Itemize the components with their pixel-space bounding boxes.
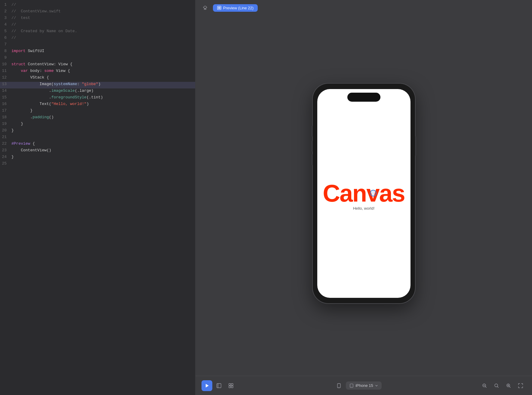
line-content-14[interactable]: .imageScale(.large) [11,88,94,93]
line-number-1: 1 [0,2,11,7]
line-number-7: 7 [0,42,11,47]
line-number-20: 20 [0,128,11,133]
line-number-15: 15 [0,95,11,100]
device-orientation-icon [337,383,342,388]
line-number-24: 24 [0,155,11,159]
svg-line-16 [485,386,487,387]
zoom-fit-icon [518,383,523,388]
code-line-23: 23 ContentView() [0,148,195,155]
svg-rect-7 [231,384,233,385]
line-number-3: 3 [0,16,11,20]
code-line-3: 3// test [0,16,195,22]
toolbar-right [479,380,526,391]
line-number-22: 22 [0,141,11,146]
line-number-5: 5 [0,29,11,33]
line-content-3[interactable]: // test [11,16,30,20]
line-content-7[interactable] [11,42,14,47]
toolbar-left [201,380,236,391]
code-line-7: 7 [0,42,195,49]
code-line-25: 25 [0,161,195,168]
preview-topbar: Preview (Line 22) [195,0,532,16]
code-line-11: 11 var body: some View { [0,69,195,75]
line-number-14: 14 [0,88,11,93]
line-content-25[interactable] [11,161,14,166]
line-content-19[interactable]: } [11,122,23,126]
hello-world-text: Hello, world! [353,206,375,211]
device-orientation-button[interactable] [334,380,345,391]
line-content-5[interactable]: // Created by Name on Date. [11,29,77,33]
line-content-22[interactable]: #Preview { [11,141,35,146]
grid-button[interactable] [226,380,236,391]
code-line-14: 14 .imageScale(.large) [0,88,195,95]
code-line-9: 9 [0,55,195,62]
line-number-18: 18 [0,115,11,119]
play-icon [204,383,209,388]
preview-button-label: Preview (Line 22) [223,6,254,10]
line-content-11[interactable]: var body: some View { [11,69,70,73]
code-line-24: 24} [0,155,195,161]
svg-rect-2 [218,7,220,9]
zoom-fit-button[interactable] [515,380,526,391]
line-content-18[interactable]: .padding() [11,115,54,119]
pin-button[interactable] [200,3,210,13]
line-content-23[interactable]: ContentView() [11,148,51,153]
code-line-18: 18 .padding() [0,115,195,122]
zoom-in-button[interactable] [503,380,514,391]
line-content-20[interactable]: } [11,128,14,133]
zoom-reset-button[interactable] [491,380,502,391]
zoom-in-icon [506,383,511,388]
line-content-9[interactable] [11,55,14,60]
globe-cursor-icon [370,190,377,196]
code-line-17: 17 } [0,108,195,115]
zoom-reset-icon [494,383,499,388]
code-line-19: 19 } [0,122,195,128]
line-content-1[interactable]: // [11,2,16,7]
svg-line-22 [509,386,511,387]
device-name-label: iPhone 15 [355,383,373,388]
svg-rect-8 [229,386,231,388]
iphone-mockup: Canvas Hello, world! [313,84,415,303]
line-content-10[interactable]: struct ContentView: View { [11,62,72,66]
dynamic-island [347,93,380,102]
code-line-2: 2// ContentView.swift [0,9,195,16]
line-content-12[interactable]: VStack { [11,75,49,80]
chevron-down-icon [375,384,378,387]
device-selector-button[interactable]: iPhone 15 [346,381,382,390]
inspector-button[interactable] [214,380,224,391]
line-content-24[interactable]: } [11,155,14,159]
line-number-19: 19 [0,122,11,126]
code-line-4: 4// [0,22,195,29]
line-number-8: 8 [0,49,11,53]
code-line-15: 15 .foregroundStyle(.tint) [0,95,195,102]
code-line-13: 13 Image(systemName: "globe") [0,82,195,88]
line-number-4: 4 [0,22,11,27]
play-button[interactable] [201,380,212,391]
code-line-8: 8import SwiftUI [0,49,195,55]
pin-icon [203,5,208,10]
code-line-16: 16 Text("Hello, world!") [0,102,195,108]
line-number-2: 2 [0,9,11,14]
line-content-16[interactable]: Text("Hello, world!") [11,102,89,106]
code-line-5: 5// Created by Name on Date. [0,29,195,35]
code-line-1: 1// [0,2,195,9]
svg-rect-9 [231,386,233,388]
svg-rect-5 [217,384,219,388]
svg-marker-3 [206,384,209,387]
line-number-23: 23 [0,148,11,153]
preview-label-button[interactable]: Preview (Line 22) [213,4,258,12]
line-content-21[interactable] [11,135,14,139]
line-number-9: 9 [0,55,11,60]
zoom-out-button[interactable] [479,380,490,391]
zoom-out-icon [482,383,487,388]
toolbar-center: iPhone 15 [334,380,382,391]
line-number-21: 21 [0,135,11,139]
inspector-icon [217,383,221,388]
line-content-13[interactable]: Image(systemName: "globe") [11,82,100,86]
line-content-4[interactable]: // [11,22,16,27]
line-content-15[interactable]: .foregroundStyle(.tint) [11,95,103,100]
line-content-17[interactable]: } [11,108,32,113]
line-content-2[interactable]: // ContentView.swift [11,9,61,14]
line-content-8[interactable]: import SwiftUI [11,49,44,53]
line-content-6[interactable]: // [11,35,16,40]
code-line-12: 12 VStack { [0,75,195,82]
